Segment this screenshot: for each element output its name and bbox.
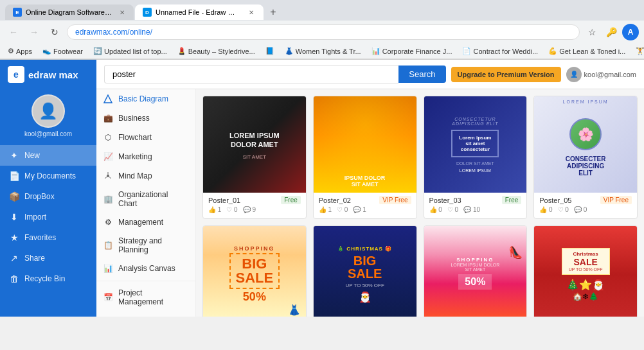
sidebar-item-new[interactable]: ✦ New [0, 145, 96, 166]
menu-item-business[interactable]: 💼 Business [96, 109, 195, 128]
import-icon: ⬇ [9, 212, 19, 222]
address-text: edrawmax.com/online/ [75, 28, 152, 37]
card-shopping-01[interactable]: SHOPPING BIG SALE 50% 👗 [202, 225, 307, 317]
bookmarks-bar: ⚙ Apps 👟 Footwear 🔄 Updated list of top.… [0, 44, 644, 59]
stat-heart-05: ♡ 0 [558, 206, 569, 213]
menu-label-marketing: Marketing [118, 152, 152, 161]
women-icon: 👗 [285, 47, 294, 55]
menu-label-software-dev: Software Development [118, 315, 189, 317]
bookmark-lean[interactable]: 💪 Get Lean & Toned i... [546, 46, 628, 57]
menu-item-org-chart[interactable]: 🏢 Organizational Chart [96, 186, 195, 213]
sidebar-item-my-documents[interactable]: 📄 My Documents [0, 166, 96, 186]
menu-item-project-mgmt[interactable]: 📅 Project Management [96, 284, 195, 311]
sidebar-item-my-documents-label: My Documents [24, 171, 76, 180]
tab-label-unnamed: Unnamed File - Edraw Max [156, 8, 240, 16]
nav-icons: ☆ 🔑 A [584, 24, 639, 40]
search-button[interactable]: Search [398, 66, 445, 83]
refresh-button[interactable]: ↻ [46, 24, 63, 40]
tab-close-edraw[interactable]: ✕ [119, 8, 126, 17]
menu-label-flowchart: Flowchart [118, 133, 152, 142]
bookmark-footwear-label: Footwear [53, 48, 83, 55]
profile-avatar[interactable]: A [622, 24, 639, 40]
stat-heart-03: ♡ 0 [447, 206, 458, 213]
tab-close-unnamed[interactable]: ✕ [247, 8, 256, 17]
menu-item-strategy[interactable]: 📋 Strategy and Planning [96, 232, 195, 259]
card-stats-poster-02: 👍 1 ♡ 0 💬 1 [319, 204, 411, 215]
forward-button[interactable]: → [26, 24, 42, 40]
card-poster-03[interactable]: CONSECTETURADIPISCING ELIT Lorem ipsumsi… [424, 96, 528, 219]
tab-favicon-edraw: E [13, 8, 22, 17]
card-footer-poster-03: Poster_03 Free 👍 0 ♡ 0 💬 10 [424, 193, 527, 218]
menu-item-mind-map[interactable]: Mind Map [96, 166, 195, 186]
bookmark-fb[interactable]: 📘 [263, 46, 277, 57]
card-name-poster-03: Poster_03 [429, 197, 461, 204]
tab-bar: E Online Diagram Software - Edra... ✕ D … [0, 0, 644, 21]
sidebar-item-favorites-label: Favorites [24, 233, 56, 242]
browser-chrome: E Online Diagram Software - Edra... ✕ D … [0, 0, 644, 60]
bookmark-corp[interactable]: 📊 Corporate Finance J... [369, 46, 455, 57]
address-bar[interactable]: edrawmax.com/online/ [67, 24, 580, 40]
sidebar-item-dropbox-label: DropBox [24, 192, 55, 201]
updated-icon: 🔄 [93, 47, 102, 55]
star-icon[interactable]: ☆ [584, 24, 600, 40]
search-input[interactable] [104, 65, 398, 83]
sidebar-item-share[interactable]: ↗ Share [0, 248, 96, 268]
bookmark-fitness[interactable]: 🏋 30 Day Fitness Chal... [633, 46, 644, 57]
menu-item-analysis[interactable]: 📊 Analysis Canvas [96, 259, 195, 278]
card-badge-poster-05: VIP Free [600, 196, 632, 204]
bookmark-beauty[interactable]: 💄 Beauty – Styledrive... [175, 46, 258, 57]
sidebar-item-recycle-bin[interactable]: 🗑 Recycle Bin [0, 268, 96, 289]
bookmark-footwear[interactable]: 👟 Footwear [40, 46, 85, 57]
card-christmas-01[interactable]: 🎄 CHRISTMAS 🎁 BIGSALE UP TO 50% OFF 🎅 [313, 225, 417, 317]
bookmark-women-label: Women Tights & Tr... [296, 48, 361, 55]
svg-marker-0 [104, 95, 112, 103]
avatar[interactable]: 👤 [31, 94, 65, 128]
sidebar-item-dropbox[interactable]: 📦 DropBox [0, 186, 96, 207]
menu-label-basic-diagram: Basic Diagram [118, 94, 168, 103]
card-img-poster-01: LOREM IPSUMDOLOR AMET SIT AMET [203, 96, 306, 193]
key-icon[interactable]: 🔑 [603, 24, 620, 40]
avatar-area: 👤 kool@gmail.com [0, 89, 96, 143]
bookmark-apps[interactable]: ⚙ Apps [5, 46, 35, 57]
bookmark-updated-label: Updated list of top... [104, 48, 167, 55]
tab-unnamed[interactable]: D Unnamed File - Edraw Max ✕ [135, 4, 264, 20]
bookmark-women[interactable]: 👗 Women Tights & Tr... [282, 46, 364, 57]
sidebar-item-favorites[interactable]: ★ Favorites [0, 227, 96, 248]
tab-add-button[interactable]: + [265, 4, 282, 21]
card-img-poster-05: LOREM IPSUM 🌸 CONSECTERADIPISCINGELIT [534, 96, 637, 193]
upgrade-button[interactable]: Upgrade to Premium Version [451, 67, 561, 82]
card-img-poster-02: IPSUM DOLORSIT AMET [314, 96, 416, 193]
svg-point-1 [107, 175, 109, 177]
bookmark-contract-label: Contract for Weddi... [473, 48, 538, 55]
bookmark-apps-label: Apps [16, 48, 32, 55]
menu-item-software-dev[interactable]: 💻 Software Development [96, 311, 195, 317]
org-chart-icon: 🏢 [103, 194, 113, 204]
tab-favicon-unnamed: D [143, 8, 152, 17]
tab-edraw[interactable]: E Online Diagram Software - Edra... ✕ [5, 4, 134, 20]
menu-divider-1 [96, 281, 195, 281]
bookmark-updated[interactable]: 🔄 Updated list of top... [91, 46, 170, 57]
card-poster-01[interactable]: LOREM IPSUMDOLOR AMET SIT AMET Poster_01… [202, 96, 307, 219]
card-stats-poster-03: 👍 0 ♡ 0 💬 10 [429, 204, 522, 215]
card-shopping-pink[interactable]: SHOPPING LOREM IPSUM DOLORSIT AMET 50% 👠 [424, 225, 528, 317]
menu-label-project-mgmt: Project Management [118, 288, 189, 306]
card-christmas-red[interactable]: Christmas SALE UP TO 50% OFF 🎄⭐🎅 🏠❄🌲 [533, 225, 638, 317]
stat-comment-03: 💬 10 [463, 206, 480, 213]
template-grid: LOREM IPSUMDOLOR AMET SIT AMET Poster_01… [202, 96, 638, 317]
menu-item-basic-diagram[interactable]: Basic Diagram [96, 89, 195, 109]
stat-like-01: 👍 1 [208, 206, 221, 213]
bookmark-contract[interactable]: 📄 Contract for Weddi... [460, 46, 541, 57]
menu-item-marketing[interactable]: 📈 Marketing [96, 147, 195, 166]
menu-item-flowchart[interactable]: ⬡ Flowchart [96, 128, 195, 147]
back-button[interactable]: ← [5, 24, 22, 40]
card-stats-poster-05: 👍 0 ♡ 0 💬 0 [539, 204, 632, 215]
menu-label-analysis: Analysis Canvas [118, 264, 175, 273]
card-title-row-02: Poster_02 VIP Free [319, 196, 411, 204]
sidebar-item-import[interactable]: ⬇ Import [0, 207, 96, 227]
fitness-icon: 🏋 [636, 47, 644, 55]
sidebar-user-email: kool@gmail.com [24, 130, 72, 137]
stat-comment-05: 💬 0 [574, 206, 587, 213]
menu-item-management[interactable]: ⚙ Management [96, 213, 195, 232]
card-poster-02[interactable]: IPSUM DOLORSIT AMET Poster_02 VIP Free 👍… [313, 96, 417, 219]
card-poster-05[interactable]: LOREM IPSUM 🌸 CONSECTERADIPISCINGELIT Po… [533, 96, 638, 219]
